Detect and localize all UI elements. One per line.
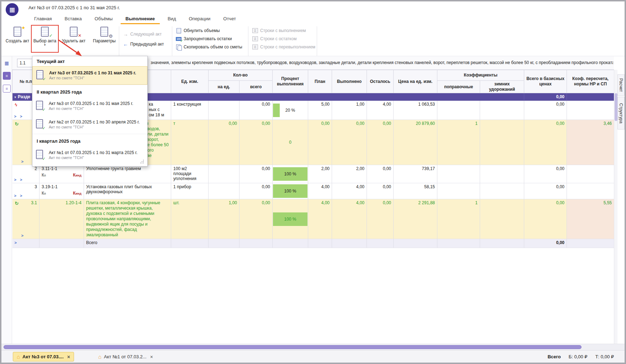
cell-total-base[interactable]: 0,00 [524,199,567,239]
prev-act-button[interactable]: ← Предыдущий акт [123,41,164,48]
cell-coeff-winter[interactable] [480,165,524,183]
cell-percent[interactable]: 100 % [273,165,308,183]
cell-recalc[interactable]: 3,46 [567,120,614,165]
document-tab-act1[interactable]: ⌂ Акт №1 от 07.03.2... × [95,352,157,362]
cell-done[interactable]: 1,00 [332,101,367,120]
expand-icon[interactable]: > [15,241,17,245]
menu-item-act1[interactable]: ✓ Акт №1 от 07.03.2025 с 1 по 31 марта 2… [32,146,147,164]
zero-volumes-button[interactable]: Обнулить объемы [176,27,220,34]
tab-operacii[interactable]: Операции [184,14,215,24]
cell-percent[interactable]: 20 % [273,101,308,120]
cell-name[interactable]: Уплотнение грунта гравием [84,165,171,183]
app-logo-icon[interactable]: ▦ [6,3,19,16]
parameters-button[interactable]: ⚙ Параметры [91,26,117,51]
cell-done[interactable]: 0,00 [332,120,367,165]
menu-item-act2[interactable]: ✓ Акт №2 от 07.03.2025 с 1 по 30 апреля … [32,115,147,134]
cell-unit[interactable]: шт. [171,199,209,239]
cell-qty-unit[interactable]: 1,00 [209,199,240,239]
cell-total-base[interactable]: 0,00 [524,120,567,165]
cell-coeff-corr[interactable] [437,101,480,120]
cell-plan[interactable]: 0,00 [308,120,332,165]
cell-recalc[interactable]: 5,55 [567,199,614,239]
cell-name[interactable]: Установка газовых плит бытовых двухкомфо… [84,183,171,199]
side-tab-calculation[interactable]: Расчет [617,74,625,96]
cell-price[interactable]: 1 063,53 [394,101,437,120]
cell-price[interactable]: 2 291,88 [394,199,437,239]
cell-coeff-winter[interactable] [480,183,524,199]
cell-plan[interactable]: 4,00 [308,183,332,199]
menu-item-act3-current[interactable]: ✓ Акт №3 от 07.03.2025 с 1 по 31 мая 202… [32,66,147,85]
side-tab-structure[interactable]: Структура [617,97,625,130]
horizontal-scroll-thumb[interactable] [4,345,582,349]
cell-done[interactable]: 2,00 [332,165,367,183]
cell-num[interactable]: 2 >> [12,165,40,183]
collapse-icon[interactable]: ▾ [15,95,16,99]
cell-recalc[interactable] [567,183,614,199]
cell-num[interactable]: 3 >> [12,183,40,199]
cell-rest[interactable]: 0,00 [367,199,394,239]
cell-percent[interactable]: 100 % [273,199,308,239]
cell-qty-unit[interactable] [209,101,240,120]
cell-qty-total[interactable]: 0,00 [240,183,273,199]
cell-qty-unit[interactable]: 0,00 [209,120,240,165]
tab-obyomy[interactable]: Объёмы [90,14,118,24]
expand-icon[interactable]: > [20,115,22,118]
cell-done[interactable]: 4,00 [332,183,367,199]
tab-glavnaya[interactable]: Главная [29,14,57,24]
cell-recalc[interactable] [567,101,614,120]
cell-plan[interactable]: 5,00 [308,101,332,120]
view-table-icon[interactable]: ≡ [3,85,11,93]
cell-coeff-corr[interactable] [437,165,480,183]
cell-recalc[interactable] [567,165,614,183]
expand-icon[interactable]: > [20,194,22,198]
close-icon[interactable]: × [150,354,153,360]
work-row[interactable]: 3 >> 3.19-1-1 КпКинд Установка газовых п… [12,183,614,199]
cell-rest[interactable]: 0,00 [367,165,394,183]
cell-total-base[interactable]: 0,00 [524,183,567,199]
cell-qty-total[interactable]: 0,00 [240,199,273,239]
cell-coeff-corr[interactable]: 1 [437,120,480,165]
horizontal-scrollbar[interactable] [1,344,625,350]
expand-icon[interactable]: > [21,160,23,164]
select-act-button[interactable]: ✓ Выбор акта ▾ [32,26,58,51]
resize-grip[interactable] [143,163,144,163]
expand-icon[interactable]: > [21,234,23,238]
cell-percent[interactable]: 0 [273,120,308,165]
cell-price[interactable]: 58,15 [394,183,437,199]
document-tab-act3[interactable]: ⌂ Акт №3 от 07.03.... × [13,352,74,362]
cell-rest[interactable]: 4,00 [367,101,394,120]
cell-coeff-corr[interactable]: 1 [437,199,480,239]
cell-total-base[interactable]: 0,00 [524,101,567,120]
work-row[interactable]: 2 >> 3.11-1-1 КпКинд Уплотнение грунта г… [12,165,614,183]
cell-coeff-winter[interactable] [480,120,524,165]
percent-remainders-button[interactable]: 100✓ Запроцентовать остатки [176,35,232,42]
cell-price[interactable]: 739,17 [394,165,437,183]
menu-item-act3[interactable]: ✓ Акт №3 от 07.03.2025 с 1 по 31 мая 202… [32,97,147,115]
expand-icon[interactable]: > [14,178,16,182]
cell-qty-total[interactable]: 0,00 [240,101,273,120]
expand-icon[interactable]: > [14,115,16,118]
cell-name[interactable]: Плита газовая, 4 конфорки, чугунные реше… [84,199,171,239]
tab-vid[interactable]: Вид [163,14,181,24]
copy-volume-button[interactable]: Скопировать объем со сметы [176,43,242,51]
cell-total-base[interactable]: 0,00 [524,165,567,183]
cell-total-base[interactable]: 0,00 [524,93,567,101]
total-row[interactable]: > Всего 0,00 [12,239,614,248]
cell-qty-total[interactable]: 0,00 [240,165,273,183]
cell-unit[interactable]: 1 прибор [171,183,209,199]
cell-unit[interactable]: т [171,120,209,165]
cell-total-base[interactable]: 0,00 [524,239,567,248]
cell-percent[interactable]: 100 % [273,183,308,199]
delete-act-button[interactable]: ✕ Удалить акт [61,26,86,51]
cell-num[interactable]: ↻ 3.1 > [12,199,40,239]
cell-basis[interactable]: 3.19-1-1 КпКинд [40,183,84,199]
cell-qty-total[interactable]: 0,00 [240,120,273,165]
cell-basis[interactable]: 1.20-1-4 [40,199,84,239]
tab-otchet[interactable]: Отчет [218,14,241,24]
close-icon[interactable]: × [67,354,70,360]
cell-num[interactable]: > [12,239,40,248]
cell-rest[interactable]: 0,00 [367,120,394,165]
cell-unit[interactable]: 1 конструкция [171,101,209,120]
view-grid-icon[interactable]: ▦ [3,59,11,67]
cell-coeff-winter[interactable] [480,199,524,239]
